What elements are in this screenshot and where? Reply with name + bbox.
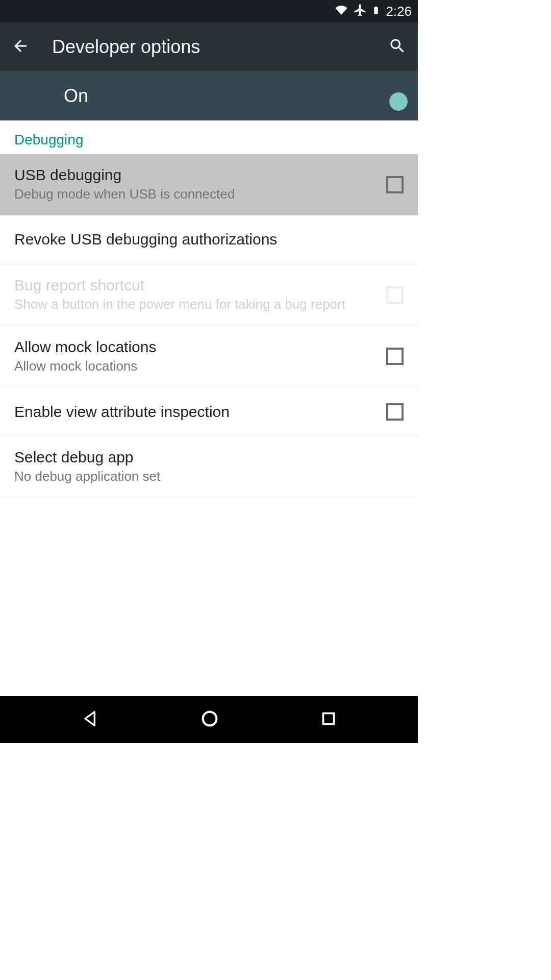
checkbox-usb-debugging[interactable]: [386, 176, 404, 193]
row-title: Select debug app: [14, 449, 404, 466]
checkbox-mock-locations[interactable]: [386, 348, 404, 365]
row-subtitle: Show a button in the power menu for taki…: [14, 296, 378, 313]
nav-recent-icon[interactable]: [319, 709, 338, 730]
status-bar: 2:26: [0, 0, 418, 22]
page-title: Developer options: [52, 36, 366, 58]
navigation-bar: [0, 696, 418, 743]
master-switch-label: On: [64, 85, 88, 107]
content: Debugging USB debugging Debug mode when …: [0, 120, 418, 498]
status-time: 2:26: [386, 4, 412, 19]
row-title: Revoke USB debugging authorizations: [14, 231, 404, 248]
svg-point-0: [203, 712, 217, 726]
back-icon[interactable]: [11, 37, 30, 57]
row-revoke-authorizations[interactable]: Revoke USB debugging authorizations: [0, 215, 418, 264]
row-view-attribute-inspection[interactable]: Enable view attribute inspection: [0, 387, 418, 436]
search-icon[interactable]: [388, 37, 407, 57]
row-title: Allow mock locations: [14, 338, 378, 356]
master-switch[interactable]: On: [0, 71, 418, 120]
battery-icon: [371, 3, 381, 19]
nav-back-icon[interactable]: [80, 708, 101, 731]
row-usb-debugging[interactable]: USB debugging Debug mode when USB is con…: [0, 154, 418, 215]
section-header-debugging: Debugging: [0, 120, 418, 154]
row-subtitle: Debug mode when USB is connected: [14, 186, 378, 203]
row-title: Bug report shortcut: [14, 277, 378, 294]
row-select-debug-app[interactable]: Select debug app No debug application se…: [0, 436, 418, 498]
row-subtitle: Allow mock locations: [14, 358, 378, 375]
row-mock-locations[interactable]: Allow mock locations Allow mock location…: [0, 326, 418, 388]
status-icons: [334, 3, 381, 19]
nav-home-icon[interactable]: [199, 708, 220, 731]
row-title: USB debugging: [14, 166, 378, 184]
checkbox-view-attr[interactable]: [386, 403, 404, 421]
svg-rect-1: [323, 714, 334, 724]
row-subtitle: No debug application set: [14, 468, 404, 485]
row-title: Enable view attribute inspection: [14, 403, 378, 421]
airplane-icon: [353, 3, 367, 19]
row-bug-report-shortcut: Bug report shortcut Show a button in the…: [0, 264, 418, 326]
app-bar: Developer options: [0, 22, 418, 71]
checkbox-bug-report: [386, 286, 404, 304]
wifi-icon: [334, 4, 349, 18]
